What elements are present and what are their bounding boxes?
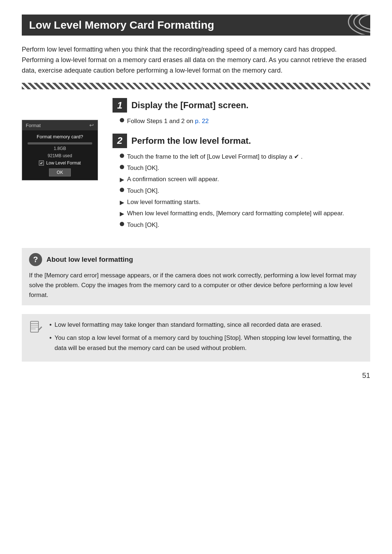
step2-item-4: ▶Low level formatting starts. [120,197,370,207]
question-icon: ? [29,253,42,266]
bullet-dot: • [49,333,52,343]
svg-point-2 [359,15,370,30]
format-screen-size: 1.8GB [28,146,92,151]
step2-heading: 2 Perform the low level format. [113,134,370,148]
step2-title: Perform the low level format. [131,136,251,146]
format-screen-option: ✔ Low Level Format [28,160,92,166]
step1-heading: 1 Display the [Format] screen. [113,98,370,113]
step2-items: Touch the frame to the left of [Low Leve… [113,152,370,230]
low-level-label: Low Level Format [46,160,81,166]
steps-content: 1 Display the [Format] screen. Follow St… [113,98,370,237]
page-title: Low Level Memory Card Formatting [29,19,214,31]
format-screen-box: Format ↩ Format memory card? 1.8GB 921MB… [22,120,98,180]
svg-rect-3 [30,321,38,332]
format-ok-btn: OK [49,168,70,176]
steps-area: Format ↩ Format memory card? 1.8GB 921MB… [22,98,370,237]
about-box: ? About low level formatting If the [Mem… [22,248,370,305]
step1-items: Follow Steps 1 and 2 on p. 22 [113,116,370,126]
bullet-arrow: ▶ [120,209,124,219]
low-level-checkbox: ✔ [39,160,44,166]
format-screen-question: Format memory card? [28,134,92,139]
step2-item-2: ▶A confirmation screen will appear. [120,174,370,184]
bullet-arrow: ▶ [120,175,124,184]
title-decoration [341,15,370,34]
note-box: •Low level formatting may take longer th… [22,314,370,362]
note-item-1: •You can stop a low level format of a me… [49,333,363,353]
stripe-divider [22,83,370,89]
note-items: •Low level formatting may take longer th… [49,320,363,356]
step1-title: Display the [Format] screen. [131,100,249,110]
format-screen-label: Format [26,123,41,128]
bullet-circle [120,188,124,192]
step2-item-1: Touch [OK]. [120,163,370,173]
format-screen-image: Format ↩ Format memory card? 1.8GB 921MB… [22,120,102,180]
about-box-header: ? About low level formatting [29,253,363,266]
step2-item-5: ▶When low level formatting ends, [Memory… [120,208,370,219]
check-symbol: ✔ [40,161,43,165]
step2-item-0: Touch the frame to the left of [Low Leve… [120,152,370,162]
step1-item-text: Follow Steps 1 and 2 on p. 22 [127,116,209,126]
intro-text: Perform low level formatting when you th… [22,44,370,76]
format-screen-bar [28,142,92,144]
step2-item-6: Touch [OK]. [120,220,370,230]
about-text: If the [Memory card error] message appea… [29,270,363,300]
note-icon [28,320,44,336]
step1-number: 1 [113,98,127,113]
step1-link[interactable]: p. 22 [195,118,209,125]
bullet-circle [120,154,124,158]
format-screen-used: 921MB used [28,153,92,158]
page-title-bar: Low Level Memory Card Formatting [22,15,370,36]
bullet-circle [120,165,124,169]
bullet-circle [120,118,124,122]
format-screen-header: Format ↩ [22,120,98,130]
page-number: 51 [362,371,370,380]
format-screen-body: Format memory card? 1.8GB 921MB used ✔ L… [22,130,98,180]
note-item-0: •Low level formatting may take longer th… [49,320,363,330]
step2-number: 2 [113,134,127,148]
format-screen-back: ↩ [89,122,94,129]
about-title: About low level formatting [46,256,133,264]
bullet-dot: • [49,320,52,330]
step2-item-3: Touch [OK]. [120,186,370,196]
bullet-arrow: ▶ [120,198,124,207]
step1-item-1: Follow Steps 1 and 2 on p. 22 [120,116,370,126]
bullet-circle [120,222,124,226]
